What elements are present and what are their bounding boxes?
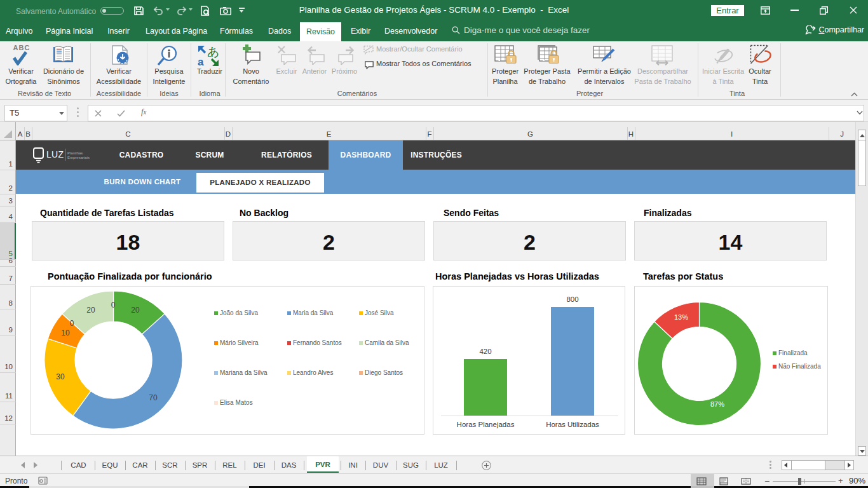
svg-text:a: a [198, 56, 204, 67]
svg-text:あ: あ [207, 45, 219, 58]
